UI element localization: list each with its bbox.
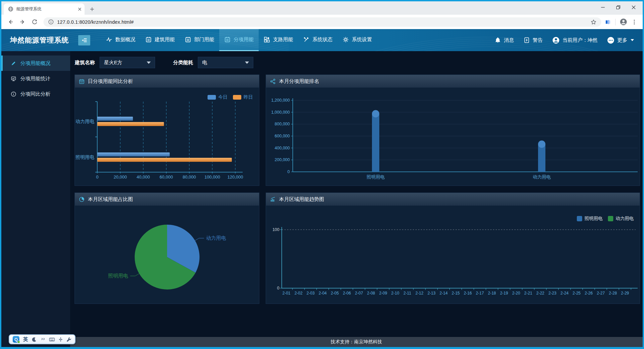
window-controls xyxy=(595,1,641,13)
legend-item[interactable]: 照明用电 xyxy=(577,216,603,222)
messages-button[interactable]: 消息 xyxy=(494,37,514,44)
svg-text:动力用电: 动力用电 xyxy=(533,174,551,180)
nav-tab-label: 建筑用能 xyxy=(155,36,175,43)
ime-wrench-icon[interactable] xyxy=(67,337,72,342)
alert-lightning-icon xyxy=(523,37,530,43)
sidebar-item[interactable]: 分项用能统计 xyxy=(1,71,70,86)
new-tab-button[interactable] xyxy=(88,5,96,13)
svg-text:动力用电: 动力用电 xyxy=(206,235,226,241)
svg-text:1,000,000: 1,000,000 xyxy=(271,110,290,115)
svg-text:动力用电: 动力用电 xyxy=(76,119,94,124)
app-logo: 坤然能源管理系统 xyxy=(10,35,69,45)
nav-tab[interactable]: 数据概况 xyxy=(101,29,140,51)
gear-icon xyxy=(343,36,349,43)
legend-swatch xyxy=(608,216,613,221)
svg-text:2-02: 2-02 xyxy=(294,291,302,296)
panel-title: 本月区域用能占比图 xyxy=(88,196,133,203)
svg-text:2-28: 2-28 xyxy=(609,291,617,296)
ime-split-icon[interactable] xyxy=(58,337,63,342)
alerts-label: 警告 xyxy=(533,37,543,43)
nav-tab[interactable]: 支路用能 xyxy=(259,29,298,51)
browser-tab[interactable]: 能源管理系统 xyxy=(4,3,85,15)
tab-close-icon[interactable] xyxy=(78,7,82,11)
ime-logo[interactable]: Q xyxy=(13,336,19,343)
bar-cap-照明用电 xyxy=(372,110,379,117)
tools-icon xyxy=(303,36,309,43)
ime-keyboard-icon[interactable] xyxy=(49,337,55,342)
close-button[interactable] xyxy=(626,1,641,13)
user-icon xyxy=(552,36,560,44)
panel-header: 日分项用能同比分析 xyxy=(75,75,259,88)
legend-label: 今日 xyxy=(218,94,228,100)
nav-tab[interactable]: 部门用能 xyxy=(180,29,219,51)
browser-window: 能源管理系统 xyxy=(0,0,644,349)
forward-icon[interactable] xyxy=(17,16,28,28)
sidebar-item[interactable]: 分项用能概况 xyxy=(1,55,70,71)
ime-punctuation-icon[interactable] xyxy=(40,337,45,342)
chart-canvas: 0200,000400,000600,000800,0001,000,0001,… xyxy=(266,88,640,186)
url-text[interactable]: 127.0.0.1:8020/krznnh/index.html# xyxy=(57,19,587,25)
nav-tab[interactable]: 分项用能 xyxy=(219,29,259,51)
pulse-icon xyxy=(106,36,112,43)
svg-text:2-10: 2-10 xyxy=(391,291,399,296)
energy-filter-label: 分类能耗 xyxy=(173,60,193,66)
alerts-button[interactable]: 警告 xyxy=(523,37,543,43)
ime-language-toggle[interactable]: 英 xyxy=(23,336,28,343)
panel-header: 本月分项用能排名 xyxy=(266,75,640,88)
current-user[interactable]: 当前用户：坤然 xyxy=(552,36,598,44)
legend-item[interactable]: 今日 xyxy=(208,94,228,100)
nav-tab[interactable]: 系统设置 xyxy=(338,29,377,51)
globe-favicon-icon xyxy=(8,6,13,12)
panel-body: 动力用电照明用电 xyxy=(75,206,259,304)
back-icon[interactable] xyxy=(5,16,16,28)
footer: 技术支持：南京坤然科技 xyxy=(70,337,643,347)
ime-moon-icon[interactable] xyxy=(32,337,37,342)
svg-text:2-26: 2-26 xyxy=(585,291,593,296)
ime-toolbar: Q 英 xyxy=(9,334,76,344)
footer-text: 技术支持：南京坤然科技 xyxy=(331,339,382,345)
profile-avatar[interactable] xyxy=(620,18,627,26)
svg-text:60,000: 60,000 xyxy=(160,174,173,180)
omnibox[interactable]: 127.0.0.1:8020/krznnh/index.html# xyxy=(43,17,601,27)
nav-tab[interactable]: 建筑用能 xyxy=(140,29,180,51)
svg-text:2-22: 2-22 xyxy=(536,291,544,296)
building-select[interactable]: 星火E方 xyxy=(100,57,155,68)
book-icon xyxy=(145,36,152,43)
svg-text:2-19: 2-19 xyxy=(500,291,508,296)
svg-text:20,000: 20,000 xyxy=(114,174,127,180)
reload-icon[interactable] xyxy=(29,16,40,28)
bookmark-star-icon[interactable] xyxy=(591,19,597,25)
nav-tab[interactable]: 系统状态 xyxy=(298,29,338,51)
minimize-button[interactable] xyxy=(595,1,611,13)
extension-icon[interactable] xyxy=(605,19,611,25)
area-share-pie-chart: 动力用电照明用电 xyxy=(75,206,259,304)
share-nodes-icon xyxy=(270,79,276,84)
building-select-value: 星火E方 xyxy=(104,60,122,66)
panel-title: 本月区域用能趋势图 xyxy=(279,196,324,203)
browser-menu-icon[interactable] xyxy=(631,19,637,25)
svg-text:照明用电: 照明用电 xyxy=(108,273,128,278)
page-info-icon[interactable] xyxy=(48,19,54,25)
chevron-down-icon xyxy=(245,62,249,64)
svg-text:120,000: 120,000 xyxy=(228,174,243,180)
legend-label: 动力用电 xyxy=(616,216,634,222)
nav-right-area: 消息 警告 当前用户：坤然 更多 xyxy=(494,36,634,44)
sidebar-item[interactable]: 分项同比分析 xyxy=(1,86,70,102)
bar-动力用电 xyxy=(538,144,545,172)
app-top-nav: 坤然能源管理系统 数据概况建筑用能部门用能分项用能支路用能系统状态系统设置 消息… xyxy=(1,29,643,51)
bar-昨日-照明用电 xyxy=(97,158,232,162)
energy-select[interactable]: 电 xyxy=(198,57,253,68)
panel-title: 本月分项用能排名 xyxy=(279,78,319,85)
more-menu[interactable]: 更多 xyxy=(607,36,634,44)
restore-button[interactable] xyxy=(611,1,626,13)
menu-collapse-button[interactable] xyxy=(78,35,90,45)
filter-bar: 建筑名称 星火E方 分类能耗 电 xyxy=(75,57,643,68)
toolbar-right xyxy=(605,18,637,26)
legend-label: 昨日 xyxy=(244,94,253,100)
sidebar-item-label: 分项同比分析 xyxy=(20,91,50,97)
legend-item[interactable]: 动力用电 xyxy=(608,216,634,222)
bar-cap-动力用电 xyxy=(538,140,545,148)
legend-swatch xyxy=(233,95,241,100)
book-icon xyxy=(224,36,231,43)
legend-item[interactable]: 昨日 xyxy=(233,94,253,100)
